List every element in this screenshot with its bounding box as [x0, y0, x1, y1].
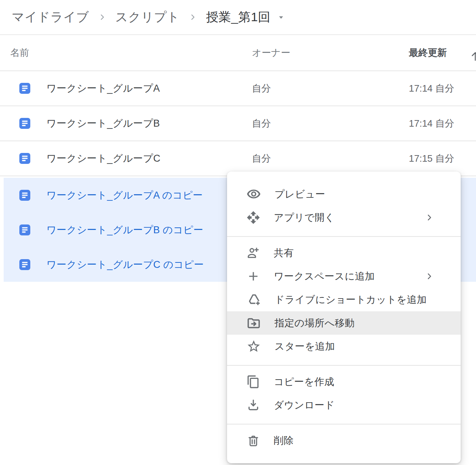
menu-item-download[interactable]: ダウンロード	[227, 393, 461, 417]
column-header-owner[interactable]: オーナー	[252, 46, 409, 59]
doc-file-icon	[19, 83, 30, 94]
context-menu-section: 共有ワークスペースに追加ドライブにショートカットを追加指定の場所へ移動スターを追…	[227, 236, 461, 365]
submenu-chevron-right-icon	[424, 212, 434, 223]
menu-item-label: ダウンロード	[274, 399, 335, 412]
submenu-chevron-right-icon	[424, 271, 434, 281]
context-menu-section: プレビューアプリで開く	[227, 172, 461, 236]
menu-item-drive-shortcut[interactable]: ドライブにショートカットを追加	[227, 288, 461, 311]
file-name: ワークシート_グループB	[46, 117, 160, 130]
file-name: ワークシート_グループA	[46, 82, 160, 95]
trash-icon	[246, 434, 260, 447]
dropdown-caret-icon[interactable]	[276, 12, 286, 22]
doc-file-icon	[19, 259, 30, 270]
menu-item-label: アプリで開く	[274, 211, 335, 224]
breadcrumb: マイドライブスクリプト授業_第1回	[0, 0, 476, 35]
drive-shortcut-icon	[246, 292, 261, 307]
file-name: ワークシート_グループC のコピー	[46, 258, 204, 271]
copy-icon	[246, 375, 260, 389]
menu-item-plus[interactable]: ワークスペースに追加	[227, 265, 461, 288]
open-with-icon	[246, 211, 260, 224]
menu-item-trash[interactable]: 削除	[227, 429, 461, 452]
file-name-cell: ワークシート_グループC のコピー	[4, 258, 256, 271]
file-owner: 自分	[252, 82, 409, 95]
menu-item-label: 削除	[274, 434, 294, 447]
menu-item-person-add[interactable]: 共有	[227, 241, 461, 265]
file-table-header: 名前 オーナー 最終更新	[0, 35, 476, 71]
column-header-modified[interactable]: 最終更新	[409, 46, 476, 59]
menu-item-star[interactable]: スターを追加	[227, 335, 461, 358]
doc-file-icon	[19, 153, 30, 164]
file-owner: 自分	[252, 117, 409, 130]
file-name-cell: ワークシート_グループA	[0, 82, 252, 95]
file-modified: 17:15 自分	[409, 152, 476, 165]
file-list: ワークシート_グループA自分17:14 自分ワークシート_グループB自分17:1…	[0, 71, 476, 176]
file-row[interactable]: ワークシート_グループC自分17:15 自分	[0, 141, 476, 176]
doc-file-icon	[19, 190, 30, 201]
file-owner: 自分	[252, 152, 409, 165]
download-icon	[246, 398, 260, 412]
menu-item-label: 共有	[274, 246, 294, 260]
drive-file-browser: マイドライブスクリプト授業_第1回 名前 オーナー 最終更新 ワークシート_グル…	[0, 0, 476, 282]
context-menu-section: コピーを作成ダウンロード	[227, 365, 461, 424]
file-name: ワークシート_グループA のコピー	[46, 189, 203, 202]
menu-item-folder-move[interactable]: 指定の場所へ移動	[227, 311, 461, 335]
breadcrumb-item[interactable]: スクリプト	[115, 9, 180, 26]
folder-move-icon	[246, 316, 261, 330]
sort-ascending-icon[interactable]	[469, 50, 476, 63]
menu-item-open-with[interactable]: アプリで開く	[227, 206, 461, 229]
breadcrumb-chevron-icon	[98, 13, 107, 22]
file-name: ワークシート_グループC	[46, 152, 161, 165]
menu-item-label: スターを追加	[275, 340, 335, 353]
person-add-icon	[246, 246, 260, 260]
file-row[interactable]: ワークシート_グループB自分17:14 自分	[0, 106, 476, 141]
file-name-cell: ワークシート_グループB	[0, 117, 252, 130]
star-icon	[246, 339, 261, 354]
menu-item-label: ドライブにショートカットを追加	[275, 293, 427, 306]
column-header-name[interactable]: 名前	[0, 46, 252, 59]
breadcrumb-chevron-icon	[188, 13, 197, 22]
context-menu: プレビューアプリで開く共有ワークスペースに追加ドライブにショートカットを追加指定…	[227, 172, 461, 463]
file-name: ワークシート_グループB のコピー	[46, 223, 203, 237]
menu-item-label: プレビュー	[275, 188, 325, 201]
menu-item-eye[interactable]: プレビュー	[227, 182, 461, 206]
context-menu-section: 削除	[227, 424, 461, 463]
file-modified: 17:14 自分	[409, 82, 476, 95]
doc-file-icon	[19, 224, 30, 235]
menu-item-label: ワークスペースに追加	[274, 270, 375, 283]
menu-item-label: 指定の場所へ移動	[275, 316, 355, 330]
plus-icon	[246, 269, 260, 283]
menu-item-copy[interactable]: コピーを作成	[227, 370, 461, 393]
file-name-cell: ワークシート_グループC	[0, 152, 252, 165]
breadcrumb-item[interactable]: 授業_第1回	[206, 9, 270, 26]
file-name-cell: ワークシート_グループB のコピー	[4, 223, 256, 237]
eye-icon	[246, 187, 261, 201]
file-name-cell: ワークシート_グループA のコピー	[4, 189, 256, 202]
doc-file-icon	[19, 118, 30, 129]
menu-item-label: コピーを作成	[274, 375, 334, 388]
file-modified: 17:14 自分	[409, 117, 476, 130]
breadcrumb-item[interactable]: マイドライブ	[12, 9, 89, 26]
file-row[interactable]: ワークシート_グループA自分17:14 自分	[0, 71, 476, 106]
